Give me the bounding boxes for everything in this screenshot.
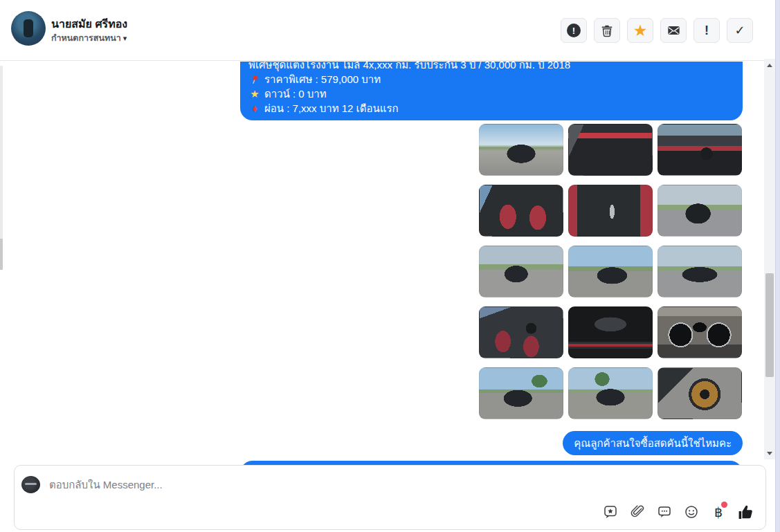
thumbs-up-icon [737,504,754,521]
scroll-up-arrow[interactable] [764,60,775,70]
car-photo-rear-quarter-palm[interactable] [568,367,653,419]
car-photo-alloy-wheel-closeup[interactable] [657,367,742,419]
car-photo-dashboard-steering[interactable] [657,124,742,176]
chat-scrollbar[interactable] [764,59,775,459]
messenger-inbox-window: นายสมัย ศรีทอง กำหนดการสนทนา▾ [0,0,780,532]
diamond-emoji [248,101,261,116]
contact-avatar[interactable] [11,11,46,46]
car-photo-front-exterior[interactable] [479,124,563,176]
emoji-icon [684,504,699,520]
installment-text: ผ่อน : 7,xxx บาท 12 เดือนแรก [264,101,399,116]
reply-composer [14,465,766,530]
header-action-bar [561,18,753,43]
car-photo-rear-parking-lot[interactable] [479,246,563,297]
reply-input[interactable] [48,471,574,497]
exclamation-circle-icon [567,24,581,37]
car-photo-front-quarter-palm[interactable] [479,367,563,419]
exclamation-icon [705,24,709,38]
mark-important-button[interactable] [693,18,720,43]
right-panel-edge [775,0,780,532]
star-emoji [248,86,261,101]
pushpin-emoji [248,75,261,84]
car-photo-side-profile[interactable] [657,246,742,297]
car-photo-front-seats[interactable] [479,185,563,237]
schedule-conversation-label: กำหนดการสนทนา [51,33,121,43]
car-photo-door-panel[interactable] [568,124,653,176]
saved-replies-button[interactable] [655,503,673,521]
like-button[interactable] [736,503,754,521]
car-photo-front-quarter[interactable] [568,246,653,297]
scroll-down-arrow[interactable] [764,448,775,458]
message-line: ผ่อน : 7,xxx บาท 12 เดือนแรก [248,101,733,116]
schedule-conversation-dropdown[interactable]: กำหนดการสนทนา▾ [51,31,127,45]
car-photo-grid [479,124,742,419]
emoji-button[interactable] [682,503,700,521]
special-price-text: ราคาพิเศษ : 579,000 บาท [264,72,381,86]
composer-toolbar [601,503,754,521]
car-photo-engine-bay[interactable] [568,306,653,358]
car-photo-gear-lever[interactable] [568,185,653,237]
conversation-header: นายสมัย ศรีทอง กำหนดการสนทนา▾ [0,0,780,61]
payment-button[interactable] [709,503,727,521]
notification-dot [721,502,727,508]
scrollbar-thumb[interactable] [765,273,774,377]
trash-icon [600,24,614,37]
chat-message-list: พิเศษชุดแต่งโรงงาน ไมล์ 4x,xxx กม. รับปร… [0,62,764,465]
message-line: ราคาพิเศษ : 579,000 บาท [248,72,733,86]
question-message-bubble: คุณลูกค้าสนใจซื้อสดคันนี้ใช่ไหมคะ [563,431,743,455]
car-photo-rear-exterior[interactable] [657,185,742,237]
follow-up-button[interactable] [627,18,653,43]
comment-dots-icon [657,504,672,520]
chevron-down-icon: ▾ [123,34,127,42]
paperclip-icon [630,504,645,520]
left-panel-scrollbar-thumb[interactable] [0,239,3,270]
car-offer-message-bubble: พิเศษชุดแต่งโรงงาน ไมล์ 4x,xxx กม. รับปร… [240,62,743,120]
mark-unread-button[interactable] [660,18,687,43]
sticker-button[interactable] [601,503,619,521]
mark-done-button[interactable] [727,18,753,43]
car-photo-interior-overview[interactable] [479,306,563,358]
check-icon [734,23,745,38]
car-offer-headline: พิเศษชุดแต่งโรงงาน ไมล์ 4x,xxx กม. รับปร… [248,62,570,72]
star-icon [633,23,648,39]
attachment-button[interactable] [628,503,646,521]
contact-name: นายสมัย ศรีทอง [51,15,127,33]
report-button[interactable] [561,18,587,43]
down-payment-text: ดาวน์ : 0 บาท [264,86,327,101]
delete-button[interactable] [594,18,620,43]
message-line: ดาวน์ : 0 บาท [248,86,733,101]
page-avatar [21,476,40,493]
message-line: พิเศษชุดแต่งโรงงาน ไมล์ 4x,xxx กม. รับปร… [248,62,733,72]
car-photo-instrument-cluster[interactable] [657,306,742,358]
sticker-icon [603,504,618,520]
envelope-icon [666,24,681,37]
